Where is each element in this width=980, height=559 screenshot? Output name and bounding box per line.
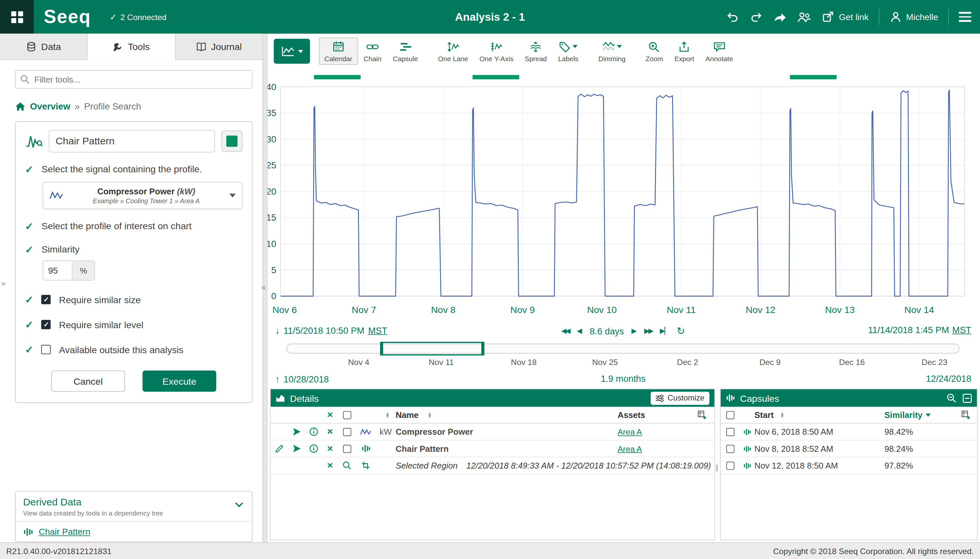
- navigate-icon[interactable]: [293, 427, 301, 437]
- item-name[interactable]: Chair Pattern: [396, 444, 449, 453]
- collapse-sidebar-icon[interactable]: [261, 283, 266, 292]
- expand-panel-icon[interactable]: [1, 278, 6, 288]
- remove-icon[interactable]: [327, 427, 333, 437]
- require-similar-level-checkbox[interactable]: [41, 320, 51, 329]
- sort-icon[interactable]: [780, 411, 785, 418]
- edit-icon[interactable]: [275, 444, 284, 453]
- info-icon[interactable]: [310, 427, 318, 437]
- assets-column-header[interactable]: Assets: [617, 410, 645, 420]
- range-start-timezone[interactable]: MST: [368, 325, 387, 335]
- remove-icon[interactable]: [327, 443, 333, 453]
- investigate-start[interactable]: 10/28/2018: [283, 374, 329, 384]
- add-column-icon[interactable]: [697, 410, 707, 420]
- start-column-header[interactable]: Start: [754, 410, 773, 420]
- navigate-icon[interactable]: [293, 444, 301, 453]
- collapse-panel-icon[interactable]: [963, 393, 972, 403]
- sort-icon[interactable]: [385, 411, 390, 418]
- remove-all-icon[interactable]: [327, 410, 333, 420]
- trend-view-dropdown-button[interactable]: [274, 39, 310, 64]
- details-row-compressor-power[interactable]: kW Compressor Power Area A: [271, 423, 715, 440]
- step-forward-full-icon[interactable]: [644, 327, 652, 335]
- toolbar-zoom[interactable]: Zoom: [640, 38, 669, 65]
- similarity-input[interactable]: [43, 260, 72, 281]
- apps-menu-button[interactable]: [0, 0, 34, 34]
- investigate-end[interactable]: 12/24/2018: [926, 374, 972, 384]
- available-outside-checkbox[interactable]: [41, 345, 51, 354]
- asset-link[interactable]: Area A: [617, 444, 642, 453]
- require-similar-size-checkbox[interactable]: [41, 295, 51, 304]
- toolbar-one-lane[interactable]: One Lane: [432, 38, 474, 65]
- zoom-to-region-icon[interactable]: [343, 461, 351, 470]
- filter-tools-input[interactable]: [15, 70, 253, 89]
- row-checkbox[interactable]: [726, 428, 734, 436]
- toolbar-capsule[interactable]: Capsule: [387, 38, 424, 65]
- scrubber-selection[interactable]: [380, 342, 484, 356]
- get-link-button[interactable]: Get link: [822, 10, 869, 23]
- panel-resize-handle[interactable]: [714, 464, 720, 472]
- investigate-duration[interactable]: 1.9 months: [601, 374, 646, 384]
- undo-button[interactable]: [726, 10, 740, 23]
- item-name[interactable]: Compressor Power: [396, 427, 473, 437]
- execute-button[interactable]: Execute: [142, 370, 216, 392]
- step-back-full-icon[interactable]: [561, 327, 569, 335]
- trend-chart[interactable]: 0510152025303540Nov 6Nov 7Nov 8Nov 9Nov …: [267, 71, 977, 322]
- step-forward-icon[interactable]: [631, 327, 637, 335]
- details-row-selected-region[interactable]: Selected Region 12/20/2018 8:49:33 AM - …: [271, 457, 715, 474]
- hamburger-menu-button[interactable]: [959, 12, 972, 22]
- home-icon[interactable]: [15, 102, 26, 111]
- timeline-scrubber[interactable]: Nov 4 Nov 11 Nov 18 Nov 25 Dec 2 Dec 9 D…: [286, 344, 959, 354]
- toolbar-export[interactable]: Export: [669, 38, 700, 65]
- step-back-icon[interactable]: [577, 327, 582, 335]
- collaborators-button[interactable]: [797, 10, 812, 23]
- name-column-header[interactable]: Name: [396, 410, 419, 420]
- row-checkbox[interactable]: [726, 445, 734, 453]
- row-checkbox[interactable]: [726, 461, 734, 470]
- asset-link[interactable]: Area A: [617, 427, 642, 437]
- toolbar-spread[interactable]: Spread: [519, 38, 553, 65]
- toolbar-one-y-axis[interactable]: One Y-Axis: [474, 38, 519, 65]
- row-checkbox[interactable]: [343, 445, 351, 453]
- scrubber-left-handle[interactable]: [380, 343, 383, 354]
- toolbar-calendar[interactable]: Calendar: [319, 38, 358, 65]
- details-row-chair-pattern[interactable]: Chair Pattern Area A: [271, 441, 715, 457]
- add-column-icon[interactable]: [961, 410, 970, 420]
- tool-name-input[interactable]: [49, 130, 215, 152]
- derived-data-header[interactable]: Derived Data View data created by tools …: [16, 491, 252, 521]
- customize-button[interactable]: Customize: [651, 391, 710, 404]
- info-icon[interactable]: [310, 444, 318, 453]
- connection-status[interactable]: 2 Connected: [110, 12, 166, 22]
- similarity-column-header[interactable]: Similarity: [885, 410, 922, 420]
- sort-icon[interactable]: [427, 411, 432, 418]
- cancel-button[interactable]: Cancel: [51, 370, 125, 392]
- zoom-out-icon[interactable]: [947, 393, 956, 403]
- user-menu[interactable]: Michelle: [889, 10, 938, 23]
- toolbar-labels[interactable]: Labels: [553, 38, 584, 65]
- range-start[interactable]: 11/5/2018 10:50 PM: [283, 325, 364, 335]
- range-duration[interactable]: 8.6 days: [590, 326, 624, 336]
- row-checkbox[interactable]: [343, 428, 351, 436]
- range-end-timezone[interactable]: MST: [952, 325, 971, 335]
- breadcrumb-overview-link[interactable]: Overview: [30, 101, 70, 111]
- derived-item-link[interactable]: Chair Pattern: [39, 527, 91, 537]
- color-picker-button[interactable]: [222, 131, 243, 152]
- tab-journal[interactable]: Journal: [175, 34, 263, 60]
- share-button[interactable]: [773, 10, 787, 23]
- auto-update-icon[interactable]: [677, 325, 685, 337]
- tab-data[interactable]: Data: [0, 34, 88, 60]
- redo-button[interactable]: [749, 10, 763, 23]
- scrubber-right-handle[interactable]: [481, 343, 485, 354]
- capsule-row[interactable]: Nov 6, 2018 8:50 AM 98.42%: [721, 423, 977, 440]
- signal-select-dropdown[interactable]: Compressor Power (kW) Example » Cooling …: [43, 182, 242, 210]
- range-end[interactable]: 11/14/2018 1:45 PM: [868, 325, 949, 335]
- tab-tools[interactable]: Tools: [88, 34, 175, 60]
- select-all-checkbox[interactable]: [726, 411, 734, 419]
- remove-icon[interactable]: [327, 460, 333, 470]
- toolbar-chain[interactable]: Chain: [358, 38, 387, 65]
- select-all-checkbox[interactable]: [343, 411, 351, 419]
- sidebar-splitter[interactable]: [263, 34, 267, 542]
- toolbar-annotate[interactable]: Annotate: [700, 38, 738, 65]
- capsule-row[interactable]: Nov 12, 2018 8:50 AM 97.82%: [721, 457, 977, 474]
- trend-chart-svg[interactable]: 0510152025303540Nov 6Nov 7Nov 8Nov 9Nov …: [267, 71, 977, 322]
- toolbar-dimming[interactable]: Dimming: [593, 38, 631, 65]
- crop-icon[interactable]: [361, 461, 370, 470]
